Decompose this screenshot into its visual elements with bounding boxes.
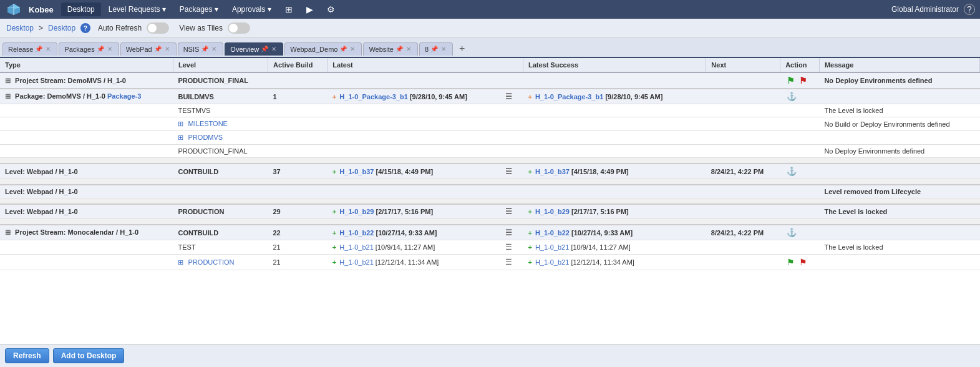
tab-packages[interactable]: Packages 📌 ✕ bbox=[59, 42, 119, 56]
user-label[interactable]: Global Administrator bbox=[891, 5, 959, 14]
row-type: ⊞ Project Stream: DemoMVS / H_1-0 bbox=[0, 72, 173, 89]
row-level bbox=[173, 185, 268, 198]
view-tiles-toggle[interactable] bbox=[228, 22, 250, 34]
latest-build-link[interactable]: H_1-0_b21 bbox=[339, 258, 373, 266]
latest-success-link[interactable]: H_1-0_b29 bbox=[535, 208, 570, 215]
list-icon[interactable]: ☰ bbox=[505, 167, 512, 176]
tab-packages-pin[interactable]: 📌 bbox=[97, 46, 104, 52]
list-icon[interactable]: ☰ bbox=[505, 92, 512, 101]
tab-webpad-pin[interactable]: 📌 bbox=[154, 46, 162, 52]
latest-success-link[interactable]: H_1-0_b37 bbox=[535, 168, 570, 175]
tab-website-close[interactable]: ✕ bbox=[405, 46, 412, 52]
expand-icon[interactable]: ⊞ bbox=[5, 77, 11, 84]
latest-build-link[interactable]: H_1-0_b21 bbox=[339, 243, 373, 251]
breadcrumb-desktop2[interactable]: Desktop bbox=[48, 24, 75, 32]
tab-release-close[interactable]: ✕ bbox=[44, 46, 52, 52]
tab-nsis-pin[interactable]: 📌 bbox=[201, 46, 208, 52]
table-row: ⊞ Project Stream: DemoMVS / H_1-0 PRODUC… bbox=[0, 72, 980, 89]
table-row: ⊞ Package: DemoMVS / H_1-0 Package-3 BUI… bbox=[0, 89, 980, 104]
list-icon[interactable]: ☰ bbox=[505, 228, 512, 237]
latest-success-link[interactable]: H_1-0_b22 bbox=[535, 229, 570, 237]
row-latest bbox=[327, 117, 499, 131]
tab-release[interactable]: Release 📌 ✕ bbox=[2, 42, 57, 56]
tab-8[interactable]: 8 📌 ✕ bbox=[419, 42, 453, 56]
table-row: Level: Webpad / H_1-0 PRODUCTION 29 + H_… bbox=[0, 204, 980, 219]
row-level: BUILDMVS bbox=[173, 89, 268, 104]
latest-build-link[interactable]: H_1-0_b22 bbox=[339, 229, 374, 237]
tab-webpad-close[interactable]: ✕ bbox=[163, 46, 171, 52]
latest-build-link[interactable]: H_1-0_b37 bbox=[339, 168, 374, 175]
help-icon[interactable]: ? bbox=[964, 4, 975, 15]
nav-packages[interactable]: Packages ▾ bbox=[173, 2, 225, 16]
tab-website-label: Website bbox=[369, 46, 394, 53]
row-level: PRODUCTION_FINAL bbox=[173, 72, 268, 89]
tab-nsis[interactable]: NSIS 📌 ✕ bbox=[178, 42, 224, 56]
tab-webpad[interactable]: WebPad 📌 ✕ bbox=[120, 42, 177, 56]
row-message bbox=[819, 255, 979, 270]
anchor-icon[interactable]: ⚓ bbox=[787, 92, 797, 101]
col-latest: Latest bbox=[327, 58, 523, 72]
row-level: CONTBUILD bbox=[173, 225, 268, 240]
breadcrumb-sep1: > bbox=[39, 24, 43, 32]
tab-overview-pin[interactable]: 📌 bbox=[261, 46, 268, 52]
latest-success-link[interactable]: H_1-0_b21 bbox=[535, 243, 569, 251]
anchor-icon[interactable]: ⚓ bbox=[787, 228, 797, 237]
tab-webpad-demo-pin[interactable]: 📌 bbox=[339, 46, 347, 52]
latest-date: [2/17/17, 5:16 PM] bbox=[376, 208, 433, 215]
list-icon[interactable]: ☰ bbox=[505, 207, 512, 216]
expand-icon[interactable]: ⊞ bbox=[5, 228, 11, 236]
row-latest-success-icon bbox=[694, 185, 706, 198]
flag-green-icon[interactable]: ⚑ bbox=[787, 76, 795, 86]
row-latest: + H_1-0_b29 [2/17/17, 5:16 PM] bbox=[327, 204, 499, 219]
tab-webpad-demo-close[interactable]: ✕ bbox=[349, 46, 356, 52]
tab-overview[interactable]: Overview 📌 ✕ bbox=[225, 42, 283, 56]
anchor-icon[interactable]: ⚓ bbox=[787, 167, 797, 176]
production-link[interactable]: PRODUCTION bbox=[188, 258, 235, 266]
spacer-row bbox=[0, 198, 980, 205]
nav-desktop[interactable]: Desktop bbox=[61, 2, 101, 16]
row-latest-success-icon bbox=[694, 72, 706, 89]
nav-desktop-icon[interactable]: ⊞ bbox=[279, 2, 299, 17]
auto-refresh-toggle[interactable] bbox=[147, 22, 169, 34]
breadcrumb-desktop1[interactable]: Desktop bbox=[6, 24, 34, 32]
prodmvs-link[interactable]: PRODMVS bbox=[188, 134, 223, 141]
row-latest-success-list bbox=[694, 164, 706, 179]
nav-approvals[interactable]: Approvals ▾ bbox=[226, 2, 278, 16]
tab-packages-close[interactable]: ✕ bbox=[106, 46, 114, 52]
list-icon[interactable]: ☰ bbox=[505, 258, 512, 267]
latest-build-link[interactable]: H_1-0_Package-3_b1 bbox=[339, 93, 407, 100]
latest-build-link[interactable]: H_1-0_b29 bbox=[339, 208, 374, 215]
row-latest-success: + H_1-0_b29 [2/17/17, 5:16 PM] bbox=[523, 204, 694, 219]
row-latest-success-list bbox=[694, 89, 706, 104]
tab-webpad-demo[interactable]: Webpad_Demo 📌 ✕ bbox=[284, 42, 362, 56]
tab-8-close[interactable]: ✕ bbox=[440, 46, 447, 52]
milestone-link[interactable]: MILESTONE bbox=[188, 120, 228, 127]
latest-success-link[interactable]: H_1-0_b21 bbox=[535, 258, 569, 266]
type-text: Level: bbox=[5, 168, 25, 175]
tab-release-pin[interactable]: 📌 bbox=[35, 46, 42, 52]
package-link[interactable]: Package-3 bbox=[107, 92, 141, 100]
plus-green-icon: + bbox=[332, 258, 336, 266]
row-next: 8/24/21, 4:22 PM bbox=[706, 225, 780, 240]
row-active-build: 29 bbox=[268, 204, 327, 219]
tab-8-pin[interactable]: 📌 bbox=[430, 46, 438, 52]
table-row: TEST 21 + H_1-0_b21 [10/9/14, 11:27 AM] … bbox=[0, 240, 980, 255]
help-icon-breadcrumb[interactable]: ? bbox=[80, 23, 90, 33]
col-level: Level bbox=[173, 58, 268, 72]
nav-settings-icon[interactable]: ⚙ bbox=[321, 2, 341, 17]
tab-website-pin[interactable]: 📌 bbox=[395, 46, 403, 52]
expand-icon[interactable]: ⊞ bbox=[5, 92, 11, 100]
latest-success-date: [12/12/14, 11:34 AM] bbox=[571, 258, 634, 266]
latest-success-link[interactable]: H_1-0_Package-3_b1 bbox=[535, 93, 603, 100]
row-action bbox=[780, 204, 820, 219]
flag-red-icon[interactable]: ⚑ bbox=[799, 257, 807, 267]
tab-nsis-close[interactable]: ✕ bbox=[210, 46, 218, 52]
nav-level-requests[interactable]: Level Requests ▾ bbox=[102, 2, 172, 16]
nav-arrow-icon[interactable]: ▶ bbox=[300, 2, 319, 17]
tab-overview-close[interactable]: ✕ bbox=[270, 46, 278, 52]
tab-website[interactable]: Website 📌 ✕ bbox=[363, 42, 418, 56]
list-icon[interactable]: ☰ bbox=[505, 243, 512, 252]
flag-green-icon[interactable]: ⚑ bbox=[787, 257, 795, 267]
tab-add-button[interactable]: + bbox=[454, 41, 470, 57]
flag-red-icon[interactable]: ⚑ bbox=[799, 76, 807, 86]
